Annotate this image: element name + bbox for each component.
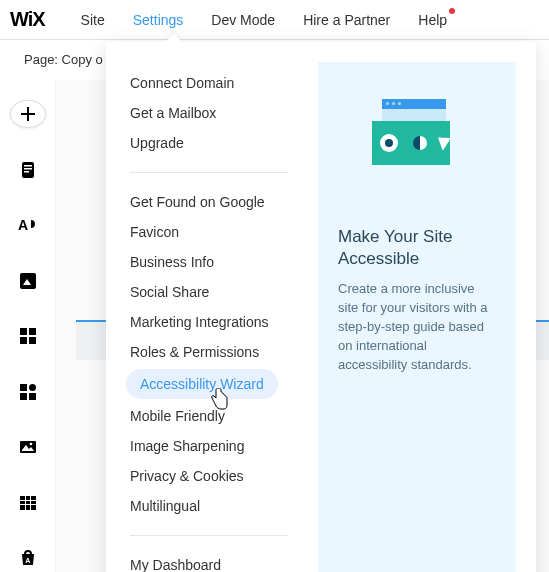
svg-rect-6 <box>20 328 27 335</box>
svg-rect-18 <box>20 504 36 505</box>
topbar: WiX Site Settings Dev Mode Hire a Partne… <box>0 0 549 40</box>
svg-text:A: A <box>18 217 28 233</box>
wix-logo[interactable]: WiX <box>10 8 45 31</box>
promo-title: Make Your Site Accessible <box>338 226 496 270</box>
rail-design[interactable]: A <box>10 211 46 239</box>
svg-rect-8 <box>20 337 27 344</box>
svg-rect-11 <box>29 393 36 400</box>
svg-rect-20 <box>30 496 31 510</box>
promo-description: Create a more inclusive site for your vi… <box>338 280 496 374</box>
promo-illustration <box>338 86 496 186</box>
apps-grid-icon <box>19 327 37 345</box>
rail-apps[interactable] <box>10 322 46 350</box>
menu-social-share[interactable]: Social Share <box>106 277 312 307</box>
svg-rect-16 <box>20 496 36 510</box>
svg-rect-14 <box>20 441 36 453</box>
menu-separator <box>130 172 288 173</box>
page-indicator[interactable]: Page: Copy o <box>24 52 103 67</box>
rail-gallery[interactable] <box>10 433 46 461</box>
menu-upgrade[interactable]: Upgrade <box>106 128 312 158</box>
menu-privacy-cookies[interactable]: Privacy & Cookies <box>106 461 312 491</box>
svg-rect-2 <box>24 168 32 170</box>
svg-rect-3 <box>24 171 29 173</box>
topnav: Site Settings Dev Mode Hire a Partner He… <box>67 0 461 40</box>
image-edit-icon <box>19 272 37 290</box>
table-icon <box>19 494 37 512</box>
rail-media[interactable] <box>10 267 46 295</box>
page-icon <box>19 161 37 179</box>
promo-panel: Make Your Site Accessible Create a more … <box>318 62 516 572</box>
browser-bar-icon <box>382 99 446 109</box>
svg-text:A: A <box>25 557 30 564</box>
nav-devmode[interactable]: Dev Mode <box>197 0 289 40</box>
eye-icon <box>380 134 398 152</box>
nav-help-label: Help <box>418 12 447 28</box>
settings-dropdown: Connect Domain Get a Mailbox Upgrade Get… <box>106 42 536 572</box>
svg-rect-9 <box>29 337 36 344</box>
svg-rect-10 <box>20 384 27 391</box>
svg-point-13 <box>29 384 36 391</box>
accessibility-card-icon <box>372 121 450 165</box>
rail-data[interactable] <box>10 489 46 517</box>
menu-accessibility-wizard[interactable]: Accessibility Wizard <box>126 369 278 399</box>
menu-image-sharpening[interactable]: Image Sharpening <box>106 431 312 461</box>
nav-site[interactable]: Site <box>67 0 119 40</box>
svg-rect-12 <box>20 393 27 400</box>
menu-marketing-integrations[interactable]: Marketing Integrations <box>106 307 312 337</box>
svg-point-15 <box>29 443 32 446</box>
addons-icon <box>19 383 37 401</box>
add-button[interactable] <box>10 100 46 128</box>
rail-pages[interactable] <box>10 156 46 184</box>
left-rail: A A <box>0 80 56 572</box>
svg-rect-17 <box>20 500 36 501</box>
svg-rect-19 <box>25 496 26 510</box>
menu-connect-domain[interactable]: Connect Domain <box>106 68 312 98</box>
svg-rect-0 <box>22 162 34 178</box>
svg-rect-7 <box>29 328 36 335</box>
gallery-icon <box>19 438 37 456</box>
menu-get-mailbox[interactable]: Get a Mailbox <box>106 98 312 128</box>
menu-mobile-friendly[interactable]: Mobile Friendly <box>106 401 312 431</box>
contrast-icon <box>413 136 427 150</box>
menu-favicon[interactable]: Favicon <box>106 217 312 247</box>
nav-settings[interactable]: Settings <box>119 0 198 40</box>
menu-multilingual[interactable]: Multilingual <box>106 491 312 521</box>
menu-get-found-google[interactable]: Get Found on Google <box>106 187 312 217</box>
menu-business-info[interactable]: Business Info <box>106 247 312 277</box>
menu-roles-permissions[interactable]: Roles & Permissions <box>106 337 312 367</box>
nav-hire-partner[interactable]: Hire a Partner <box>289 0 404 40</box>
nav-help[interactable]: Help <box>404 0 461 40</box>
rail-store[interactable]: A <box>10 544 46 572</box>
paint-icon: A <box>18 216 38 234</box>
shopping-bag-icon: A <box>19 549 37 567</box>
menu-separator <box>130 535 288 536</box>
rail-addons[interactable] <box>10 378 46 406</box>
settings-menu: Connect Domain Get a Mailbox Upgrade Get… <box>106 42 312 572</box>
svg-rect-1 <box>24 165 32 167</box>
notification-dot-icon <box>449 8 455 14</box>
menu-my-dashboard[interactable]: My Dashboard <box>106 550 312 572</box>
plus-icon <box>20 106 36 122</box>
